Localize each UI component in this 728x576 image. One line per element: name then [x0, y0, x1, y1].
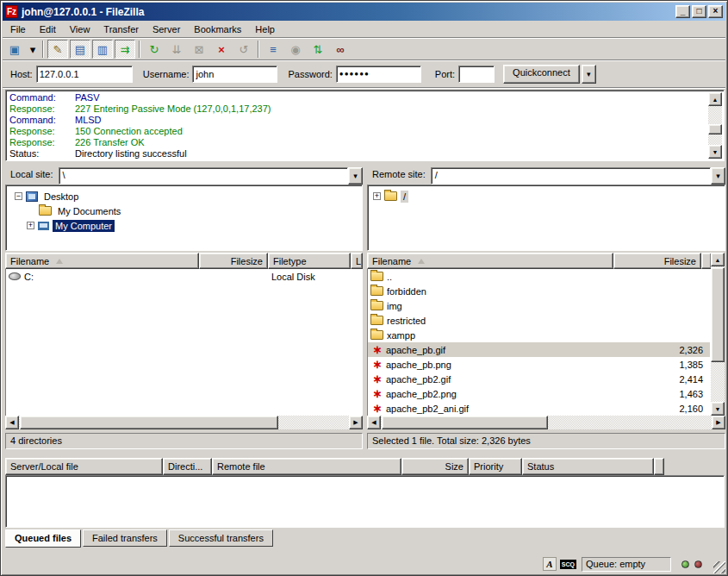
refresh-button[interactable]: ↻ [144, 40, 165, 59]
scroll-up-icon[interactable]: ▲ [711, 253, 725, 266]
file-row[interactable]: .. [368, 269, 710, 284]
remote-site-value[interactable]: / [431, 167, 711, 185]
transfer-queue-list[interactable] [5, 475, 725, 528]
username-input[interactable] [192, 66, 277, 83]
menu-server[interactable]: Server [146, 22, 187, 36]
password-input[interactable] [336, 66, 421, 83]
menu-help[interactable]: Help [248, 22, 282, 36]
column-remote-file[interactable]: Remote file [212, 458, 401, 475]
port-input[interactable] [458, 66, 495, 83]
tree-item-my-computer[interactable]: + My Computer [8, 218, 360, 233]
scroll-left-icon[interactable]: ◀ [5, 416, 19, 429]
column-filename[interactable]: Filename [367, 253, 613, 269]
column-direction[interactable]: Directi... [163, 458, 212, 475]
scrollbar-thumb[interactable] [708, 124, 722, 135]
filezilla-app-icon: Fz [5, 5, 18, 18]
toggle-transfer-queue-button[interactable]: ⇉ [115, 40, 135, 59]
chevron-down-icon[interactable]: ▾ [348, 167, 363, 185]
column-priority[interactable]: Priority [469, 458, 522, 475]
menu-edit[interactable]: Edit [33, 22, 63, 36]
file-row-local-disk[interactable]: C: Local Disk [6, 269, 362, 284]
local-site-value[interactable]: \ [59, 167, 348, 185]
local-list-hscrollbar[interactable]: ◀ ▶ [5, 416, 363, 429]
directory-comparison-button[interactable]: ◉ [285, 40, 306, 59]
remote-file-list: .. forbidden img restricted xampp ∗apach… [367, 269, 711, 416]
site-manager-icon: ▣ [9, 43, 20, 56]
local-site-combobox[interactable]: \ ▾ [59, 167, 363, 185]
menu-file[interactable]: File [3, 22, 33, 36]
maximize-button[interactable]: □ [692, 5, 706, 18]
chevron-down-icon[interactable]: ▾ [711, 167, 725, 185]
disconnect-button[interactable]: × [211, 40, 232, 59]
remote-tree-icon: ▥ [97, 43, 108, 56]
tab-queued-files[interactable]: Queued files [5, 529, 81, 548]
process-queue-icon: ⇊ [172, 43, 182, 56]
process-queue-button[interactable]: ⇊ [166, 40, 187, 59]
folder-icon [370, 301, 383, 310]
tab-failed-transfers[interactable]: Failed transfers [83, 529, 167, 547]
close-button[interactable]: × [708, 5, 723, 18]
scroll-left-icon[interactable]: ◀ [367, 416, 381, 429]
column-size[interactable]: Size [401, 458, 469, 475]
file-row[interactable]: ∗apache_pb2.gif2,414 [368, 372, 710, 386]
remote-site-combobox[interactable]: / ▾ [431, 167, 725, 185]
window-title: john@127.0.0.1 - FileZilla [22, 6, 674, 18]
expand-icon[interactable]: + [27, 222, 34, 229]
tree-item-desktop[interactable]: − Desktop [8, 189, 360, 203]
column-filesize[interactable]: Filesize [613, 253, 701, 269]
quickconnect-bar: Host: Username: Password: Port: Quickcon… [3, 61, 725, 86]
menu-view[interactable]: View [63, 22, 97, 36]
local-file-list: C: Local Disk [5, 269, 363, 416]
local-tree-icon: ▤ [75, 43, 85, 56]
collapse-icon[interactable]: − [15, 192, 22, 200]
image-file-icon: ∗ [370, 359, 384, 370]
find-files-button[interactable]: ∞ [330, 40, 351, 59]
tree-item-root[interactable]: + / [370, 189, 723, 203]
tab-successful-transfers[interactable]: Successful transfers [169, 529, 273, 547]
file-row[interactable]: restricted [368, 313, 710, 328]
toggle-local-tree-button[interactable]: ▤ [70, 40, 90, 59]
host-input[interactable] [36, 66, 133, 83]
file-row[interactable]: ∗apache_pb.png1,385 [368, 357, 710, 372]
column-filetype[interactable]: Filetype [268, 253, 351, 269]
chevron-down-icon: ▾ [30, 43, 36, 56]
scrollbar-thumb[interactable] [20, 416, 278, 429]
file-row[interactable]: forbidden [368, 284, 710, 298]
site-manager-button[interactable]: ▣ [4, 40, 25, 59]
file-row[interactable]: img [368, 298, 710, 313]
minimize-button[interactable]: _ [675, 5, 690, 18]
toggle-message-log-button[interactable]: ✎ [47, 40, 68, 59]
toggle-remote-tree-button[interactable]: ▥ [92, 40, 113, 59]
column-status[interactable]: Status [522, 458, 654, 475]
remote-list-scrollbar[interactable]: ▲ ▼ [711, 253, 725, 416]
file-row[interactable]: xampp [368, 328, 710, 342]
file-row[interactable]: ∗apache_pb2.png1,463 [368, 386, 710, 401]
menu-transfer[interactable]: Transfer [96, 22, 146, 36]
scroll-down-icon[interactable]: ▼ [711, 402, 725, 416]
scroll-right-icon[interactable]: ▶ [712, 416, 725, 429]
quickconnect-dropdown-button[interactable]: ▾ [582, 65, 596, 84]
resize-grip[interactable] [713, 561, 725, 573]
tree-item-my-documents[interactable]: My Documents [8, 203, 360, 218]
directory-listing-filters-button[interactable]: ≡ [263, 40, 283, 59]
synchronized-browsing-button[interactable]: ⇅ [308, 40, 328, 59]
column-filesize[interactable]: Filesize [199, 253, 268, 269]
scroll-right-icon[interactable]: ▶ [349, 416, 363, 429]
menu-bookmarks[interactable]: Bookmarks [187, 22, 248, 36]
quickconnect-button[interactable]: Quickconnect [503, 65, 580, 84]
remote-list-hscrollbar[interactable]: ◀ ▶ [367, 416, 725, 429]
cancel-button[interactable]: ⊠ [189, 40, 209, 59]
scroll-down-icon[interactable]: ▼ [708, 145, 722, 159]
column-server-local-file[interactable]: Server/Local file [5, 458, 163, 475]
column-filename[interactable]: Filename [5, 253, 199, 269]
scrollbar-thumb[interactable] [382, 416, 548, 429]
log-scrollbar[interactable]: ▲ ▼ [708, 92, 722, 159]
expand-icon[interactable]: + [373, 192, 381, 200]
scroll-up-icon[interactable]: ▲ [708, 92, 722, 106]
file-row-selected[interactable]: ∗apache_pb.gif2,326 [368, 342, 710, 357]
site-manager-dropdown-button[interactable]: ▾ [27, 40, 39, 59]
file-row[interactable]: ∗apache_pb2_ani.gif2,160 [368, 401, 710, 416]
scrollbar-thumb[interactable] [711, 267, 725, 362]
reconnect-button[interactable]: ↺ [233, 40, 254, 59]
column-last-modified[interactable]: L [351, 253, 363, 269]
